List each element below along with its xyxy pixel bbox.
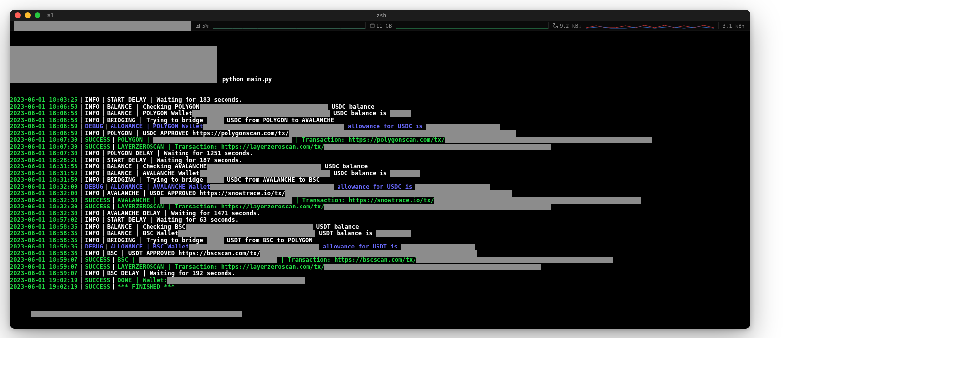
separator: | [110, 137, 117, 144]
log-text: BRIDGING | Trying to bridge [107, 177, 207, 184]
redacted-block [426, 124, 500, 130]
separator: | [77, 177, 85, 184]
timestamp: 2023-06-01 18:03:25 [10, 97, 77, 104]
titlebar: ⌘1 -zsh [10, 10, 750, 21]
log-level: INFO [85, 177, 100, 184]
log-level: INFO [85, 230, 100, 237]
traffic-lights [15, 12, 40, 18]
log-line: 2023-06-01 18:31:59|INFO|BRIDGING | Tryi… [10, 177, 750, 184]
separator: | [99, 150, 107, 157]
log-level: INFO [85, 270, 100, 277]
log-text: BALANCE | POLYGON Wallet [107, 110, 192, 117]
redacted-block [207, 117, 224, 124]
log-text: allowance for USDT is [319, 244, 401, 250]
separator: | [77, 284, 85, 290]
redacted-block [390, 170, 420, 177]
mem-value: 11 GB [377, 23, 392, 29]
redacted-block [207, 177, 224, 183]
terminal-body[interactable]: python main.py 2023-06-01 18:03:25|INFO|… [10, 31, 750, 329]
redacted-block [31, 311, 238, 317]
redacted-block [376, 230, 411, 237]
separator: | [99, 230, 107, 237]
log-level: INFO [85, 217, 100, 224]
prompt-row: python main.py [10, 46, 750, 83]
terminal-window: ⌘1 -zsh 5% 11 GB 9.2 kB↓ 3.1 kB↑ [10, 10, 750, 329]
log-line: 2023-06-01 18:32:00|INFO|AVALANCHE | USD… [10, 190, 750, 197]
svg-rect-7 [556, 26, 558, 28]
log-level: DEBUG [85, 124, 103, 130]
network-icon [553, 23, 558, 28]
redacted-block [160, 197, 292, 204]
log-text: | Transaction: https://polygonscan.com/t… [292, 137, 445, 144]
tab-label[interactable]: ⌘1 [47, 12, 54, 19]
log-text: ALLOWANCE | POLYGON Wallet [111, 124, 203, 130]
separator: | [110, 204, 117, 210]
cpu-stat: 5% [195, 23, 209, 29]
timestamp: 2023-06-01 18:57:02 [10, 217, 77, 224]
separator: | [77, 137, 85, 144]
svg-rect-6 [553, 23, 555, 25]
log-text: BSC DELAY | Waiting for 192 seconds. [107, 270, 235, 277]
redacted-block [207, 164, 321, 170]
separator: | [77, 190, 85, 197]
separator: | [77, 257, 85, 264]
redacted-block [434, 197, 641, 204]
redacted-block [153, 137, 292, 143]
mem-graph [396, 22, 549, 29]
timestamp: 2023-06-01 18:07:30 [10, 150, 77, 157]
timestamp: 2023-06-01 18:32:00 [10, 190, 77, 197]
memory-icon [370, 23, 375, 28]
redacted-block [445, 137, 652, 143]
redacted-block [401, 244, 475, 250]
log-text: USDC from AVALANCHE to BSC [224, 177, 320, 184]
log-text: BSC | [117, 257, 139, 264]
log-line: 2023-06-01 18:58:35|INFO|BALANCE | BSC W… [10, 230, 750, 237]
log-line: 2023-06-01 18:32:30|SUCCESS|LAYERZEROSCA… [10, 204, 750, 210]
separator: | [77, 110, 85, 117]
log-line: 2023-06-01 18:07:30|SUCCESS|POLYGON | | … [10, 137, 750, 144]
mem-stat: 11 GB [370, 23, 392, 29]
timestamp: 2023-06-01 18:07:30 [10, 137, 77, 144]
log-text: BALANCE | BSC Wallet [107, 230, 179, 237]
redacted-block [210, 184, 334, 190]
redacted-block [167, 277, 305, 284]
separator: | [110, 284, 117, 290]
net-stat: 9.2 kB↓ [553, 23, 581, 29]
cursor [238, 311, 242, 317]
redacted-block [285, 190, 512, 197]
svg-rect-1 [197, 25, 199, 26]
svg-rect-2 [370, 24, 374, 27]
redacted-block [178, 230, 315, 237]
maximize-icon[interactable] [35, 12, 40, 18]
log-text: | Transaction: https://bscscan.com/tx/ [277, 257, 416, 264]
separator: | [77, 150, 85, 157]
timestamp: 2023-06-01 18:06:58 [10, 110, 77, 117]
log-level: SUCCESS [85, 257, 111, 264]
log-line: 2023-06-01 18:07:30|INFO|POLYGON DELAY |… [10, 150, 750, 157]
separator: | [77, 270, 85, 277]
close-icon[interactable] [15, 12, 21, 18]
log-text: *** FINISHED *** [117, 284, 175, 290]
cursor-row [10, 304, 750, 311]
redacted-block [200, 104, 328, 110]
log-text: START DELAY | Waiting for 183 seconds. [107, 97, 243, 104]
timestamp: 2023-06-01 18:32:30 [10, 204, 77, 210]
separator: | [77, 230, 85, 237]
status-bar: 5% 11 GB 9.2 kB↓ 3.1 kB↑ [10, 21, 750, 31]
redacted-block [390, 110, 411, 117]
redacted-block [14, 21, 191, 31]
log-text: AVALANCHE | USDC APPROVED https://snowtr… [107, 190, 285, 197]
log-text: USDC balance is [330, 110, 390, 117]
separator: | [99, 164, 107, 170]
log-level: INFO [85, 110, 100, 117]
log-line: 2023-06-01 18:59:07|SUCCESS|BSC | | Tran… [10, 257, 750, 264]
separator: | [77, 97, 85, 104]
separator: | [99, 97, 107, 104]
log-text: USDC balance is [330, 170, 391, 177]
minimize-icon[interactable] [25, 12, 31, 18]
separator: | [99, 110, 107, 117]
separator: | [77, 244, 85, 250]
timestamp: 2023-06-01 19:02:19 [10, 284, 77, 290]
redacted-block [324, 264, 541, 270]
log-line: 2023-06-01 19:02:19|SUCCESS|*** FINISHED… [10, 284, 750, 290]
